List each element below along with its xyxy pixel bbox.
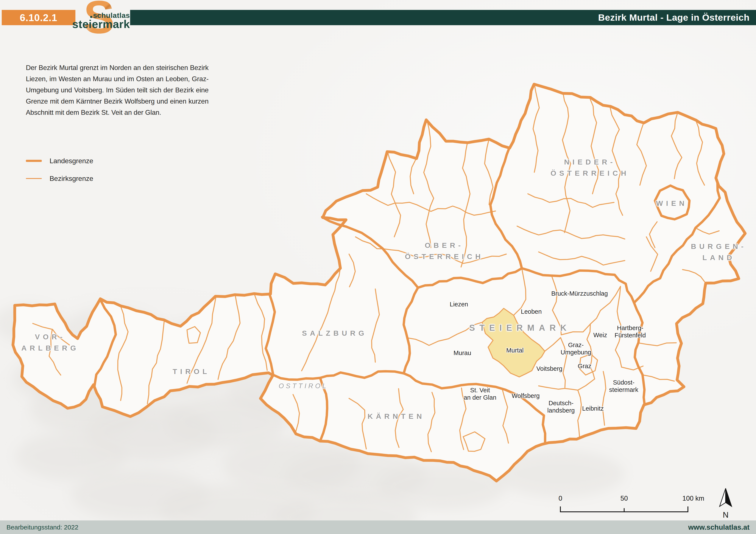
state-label-nieder-: NIEDER-ÖSTERREICH <box>551 156 629 179</box>
scale-tick-0: 0 <box>558 495 562 502</box>
district-label-hartberg-: Hartberg-Fürstenfeld <box>614 324 646 339</box>
state-label-salzburg: SALZBURG <box>302 327 367 339</box>
state-label-kärnten: KÄRNTEN <box>367 411 425 422</box>
state-label-vor-: VOR-ARLBERG <box>21 331 79 354</box>
state-label-steiermark: STEIERMARK <box>469 322 571 333</box>
district-label-bruck-mürzzuschlag: Bruck-Mürzzuschlag <box>551 290 608 297</box>
district-label-leibnitz: Leibnitz <box>582 405 604 412</box>
scale-tick-50: 50 <box>620 495 628 502</box>
thick-line-swatch <box>26 160 42 162</box>
legend-label: Landesgrenze <box>49 157 93 165</box>
district-label-wolfsberg: Wolfsberg <box>512 392 540 399</box>
map-legend: Landesgrenze Bezirksgrenze <box>26 153 93 189</box>
state-label-burgen-: BURGEN-LAND <box>691 241 747 263</box>
district-label-leoben: Leoben <box>521 308 542 315</box>
legend-item-landesgrenze: Landesgrenze <box>26 153 93 168</box>
schulatlas-logo: S schulatlas steiermark <box>78 0 130 45</box>
north-arrow-icon: N <box>719 488 732 519</box>
title-bar: Bezirk Murtal - Lage in Österreich <box>130 10 756 25</box>
legend-item-bezirksgrenze: Bezirksgrenze <box>26 171 93 186</box>
edit-status: Bearbeitungsstand: 2022 <box>0 524 78 531</box>
page-title: Bezirk Murtal - Lage in Österreich <box>598 12 756 23</box>
state-label-wien: WIEN <box>656 198 688 209</box>
website-link[interactable]: www.schulatlas.at <box>688 523 756 531</box>
district-label-graz: Graz <box>578 362 591 370</box>
district-label-deutsch-: Deutsch-landsberg <box>547 399 575 414</box>
district-label-weiz: Weiz <box>593 331 607 339</box>
north-arrow-label: N <box>723 511 729 519</box>
district-label-st-veit: St. Veitan der Glan <box>464 387 497 401</box>
district-label-voitsberg: Voitsberg <box>536 365 562 372</box>
district-label-graz-: Graz-Umgebung <box>561 341 591 356</box>
map-sheet-number: 6.10.2.1 <box>2 10 75 25</box>
district-label-murau: Murau <box>453 349 471 357</box>
state-label-osttirol: OSTTIROL <box>279 380 328 392</box>
district-label-murtal: Murtal <box>506 347 524 354</box>
legend-label: Bezirksgrenze <box>49 175 93 183</box>
scale-bar <box>560 506 688 512</box>
footer-bar: Bearbeitungsstand: 2022 www.schulatlas.a… <box>0 521 756 534</box>
district-label-liezen: Liezen <box>450 301 468 308</box>
state-label-ober-: OBER-ÖSTERREICH <box>405 240 484 262</box>
thin-line-swatch <box>26 178 42 179</box>
intro-paragraph: Der Bezirk Murtal grenzt im Norden an de… <box>26 62 208 118</box>
state-label-tirol: TIROL <box>173 366 210 377</box>
scale-tick-100: 100 km <box>682 495 704 502</box>
atlas-page: 0 50 100 km N 6.10.2.1 S schulatlas stei… <box>0 0 756 534</box>
logo-word-steiermark: steiermark <box>72 18 130 31</box>
district-label-südost-: Südost-steiermark <box>609 379 638 394</box>
